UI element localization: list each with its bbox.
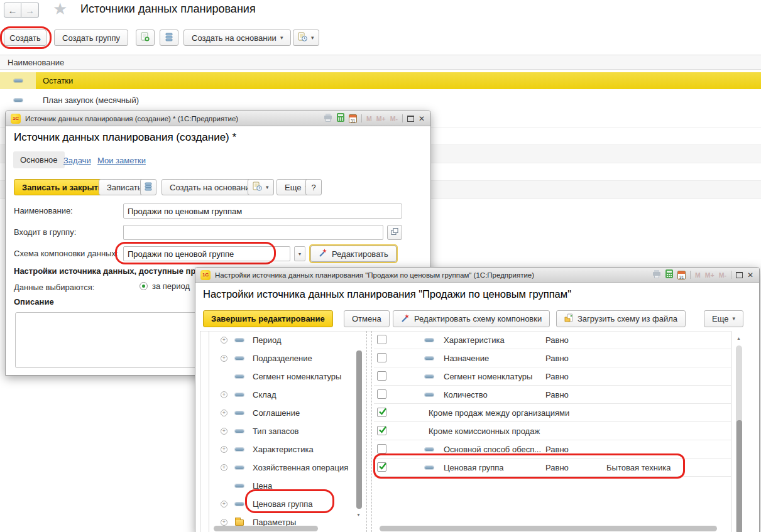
tree-item-business-operation[interactable]: +Хозяйственная операция [200,459,356,477]
more-label: Еще [285,183,301,192]
forward-button[interactable]: → [21,3,39,18]
calculator-icon[interactable] [665,269,673,280]
calendar-day-label: 31 [349,119,356,123]
expand-icon[interactable]: + [221,446,227,453]
calendar-icon[interactable]: 31 [677,271,686,280]
checkbox[interactable] [377,389,386,399]
checkbox[interactable] [377,371,386,381]
calendar-icon[interactable]: 31 [349,114,357,123]
open-form-icon [391,228,398,237]
create-button[interactable]: Создать [4,30,47,46]
radio-for-period-label[interactable]: за период [152,281,190,291]
condition-row-supply-method[interactable]: Основной способ обесп... Равно [374,440,731,459]
copy-item-button[interactable] [136,30,155,46]
magic-wand-icon [401,313,410,325]
list-row-label: План закупок (месячный) [43,95,139,105]
print-icon[interactable] [652,270,661,280]
calendar-day-label: 31 [678,275,685,280]
calculator-icon[interactable] [337,113,344,124]
expand-icon[interactable]: + [221,464,227,471]
list-column-header[interactable]: Наименование [0,55,761,70]
checkbox[interactable] [377,335,386,344]
panel-splitter[interactable] [366,331,367,532]
tree-vertical-scrollbar[interactable] [356,350,362,509]
expand-icon[interactable]: + [221,501,227,508]
list-row-selected[interactable]: Остатки [0,72,761,89]
condition-row-price-group[interactable]: Ценовая группа Равно Бытовая техника [374,459,731,477]
tab-main[interactable]: Основное [13,151,65,168]
tree-item-warehouse[interactable]: +Склад [200,386,356,404]
checkbox-checked[interactable] [377,408,386,417]
report-menu-button[interactable]: ▾ [293,30,319,46]
tree-item-period[interactable]: +Период [200,331,356,349]
condition-row-characteristic[interactable]: Характеристика Равно [374,331,731,349]
condition-comparison: Равно [545,386,569,404]
checkbox-checked[interactable] [377,462,386,472]
list-settings-button[interactable] [140,179,156,195]
scroll-down-icon[interactable]: ▼ [356,513,361,517]
conditions-scrollbar-thumb[interactable] [736,420,742,532]
conditions-horizontal-scrollbar[interactable] [380,526,717,531]
tree-horizontal-scrollbar[interactable] [214,526,318,531]
schema-input[interactable] [123,246,290,261]
report-menu-button[interactable]: ▾ [248,179,274,195]
tree-item-stock-type[interactable]: +Тип запасов [200,422,356,440]
tree-item-segment[interactable]: Сегмент номенклатуры [200,367,356,386]
condition-row-except-intercompany[interactable]: Кроме продаж между организациями [374,404,731,422]
close-icon[interactable]: ✕ [747,271,753,280]
dialog-titlebar[interactable]: 1С Настройки источника данных планирован… [195,268,759,283]
checkbox-checked[interactable] [377,426,386,435]
back-button[interactable]: ← [4,3,21,18]
titlebar-separator [731,271,731,279]
more-button[interactable]: Еще ▾ [704,310,743,327]
group-open-button[interactable] [387,225,402,240]
dialog-titlebar[interactable]: 1С Источник данных планирования (создани… [6,111,430,126]
name-input[interactable] [123,204,402,219]
help-button[interactable]: ? [305,179,322,195]
condition-row-segment[interactable]: Сегмент номенклатуры Равно [374,367,731,386]
tree-item-agreement[interactable]: +Соглашение [200,404,356,422]
tab-my-notes[interactable]: Мои заметки [97,156,146,165]
expand-icon[interactable]: + [221,355,227,362]
load-schema-button[interactable]: Загрузить схему из файла [556,310,686,327]
expand-icon[interactable]: + [221,428,227,435]
scroll-up-icon[interactable]: ▲ [736,336,741,340]
favorite-star-icon[interactable]: ★ [53,0,67,19]
tree-item-department[interactable]: +Подразделение [200,349,356,367]
expand-icon[interactable]: + [221,410,227,416]
maximize-icon[interactable] [736,272,743,278]
condition-row-purpose[interactable]: Назначение Равно [374,349,731,367]
tree-item-price[interactable]: Цена [200,477,356,495]
checkbox[interactable] [377,444,386,453]
finish-editing-label: Завершить редактирование [211,314,325,323]
tab-tasks[interactable]: Задачи [63,156,91,165]
dash-icon [235,339,244,342]
expand-icon[interactable]: + [221,391,227,398]
create-group-button[interactable]: Создать группу [54,30,128,46]
edit-schema-button[interactable]: Редактировать [310,246,397,262]
tree-item-price-group[interactable]: +Ценовая группа [200,495,356,513]
expand-icon[interactable]: + [221,337,227,344]
save-and-close-button[interactable]: Записать и закрыть [14,179,111,195]
tree-item-label: Сегмент номенклатуры [253,367,341,386]
schema-dropdown-icon[interactable]: ▾ [294,246,305,261]
tree-item-label: Соглашение [253,404,300,422]
create-based-on-button[interactable]: Создать на основании ▾ [183,30,291,46]
radio-for-period[interactable] [140,282,148,290]
dialog-title: Источник данных планирования (создание) … [25,115,319,122]
expand-icon[interactable]: + [221,519,227,526]
maximize-icon[interactable] [407,116,414,122]
condition-row-quantity[interactable]: Количество Равно [374,386,731,404]
tree-item-characteristic[interactable]: +Характеристика [200,440,356,459]
close-icon[interactable]: ✕ [419,114,425,123]
condition-row-except-commission[interactable]: Кроме комиссионных продаж [374,422,731,440]
print-icon[interactable] [324,114,332,124]
panel-splitter[interactable] [371,331,372,532]
cancel-button[interactable]: Отмена [344,310,390,327]
edit-composition-schema-button[interactable]: Редактировать схему компоновки [393,310,550,327]
finish-editing-button[interactable]: Завершить редактирование [203,310,333,327]
list-row[interactable]: План закупок (месячный) [0,92,761,108]
group-input[interactable] [123,225,383,240]
list-settings-button[interactable] [160,30,178,46]
checkbox[interactable] [377,353,386,362]
